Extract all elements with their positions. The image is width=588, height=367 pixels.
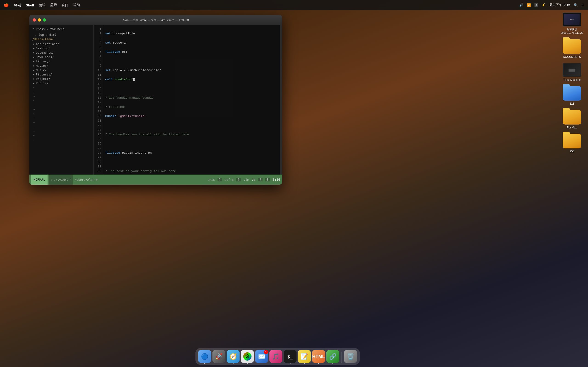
apple-menu[interactable]: 🍎 xyxy=(4,2,9,8)
notification-icon[interactable]: ☰ xyxy=(581,3,584,7)
file-tree-library[interactable]: ▶ Library/ xyxy=(29,59,94,64)
status-utf8-icon: ? xyxy=(217,178,222,181)
status-percent: 7% xyxy=(252,178,255,181)
code-area[interactable]: 12345 678910 1112131415 1617181920 21222… xyxy=(94,25,280,175)
dock-finder[interactable]: 🔵 xyxy=(198,350,211,363)
menubar-edit[interactable]: 编辑 xyxy=(39,3,45,7)
arrow-icon-applications: ▶ xyxy=(33,43,35,45)
dock-terminal[interactable]: $_ xyxy=(284,350,296,363)
menubar-window[interactable]: 窗口 xyxy=(61,3,69,7)
library-label: Library/ xyxy=(36,60,50,63)
file-tree-applications[interactable]: ▶ Applications/ xyxy=(29,42,94,46)
file-tree-documents[interactable]: ▶ Documents/ xyxy=(29,50,94,55)
wifi-icon[interactable]: 📶 xyxy=(527,3,531,7)
desktop-label: Desktop/ xyxy=(36,47,50,50)
arrow-icon-library: ▶ xyxy=(33,60,35,63)
status-vim-icon: ? xyxy=(236,178,241,181)
window-buttons xyxy=(33,18,46,22)
dock-itunes[interactable]: 🎵 xyxy=(269,350,282,363)
code-line-16: " The rest of your config follows here xyxy=(105,169,278,174)
terminal-titlebar: Alan — vim .vimrc — vim — vim .vimrc — 1… xyxy=(29,15,282,25)
dashlane-icon[interactable]: d xyxy=(535,3,538,7)
file-tree-downloads[interactable]: ▶ Downloads/ xyxy=(29,55,94,59)
dock-html[interactable]: HTML xyxy=(312,350,325,363)
terminal-body: " Press ? for help .. (up a dir) /Users/… xyxy=(29,25,282,175)
time-machine-icon: ▓▓▓▓ xyxy=(563,63,581,77)
volume-icon[interactable]: 🔊 xyxy=(519,3,523,7)
desktop-icon-time-machine[interactable]: ▓▓▓▓ TIme Machine xyxy=(561,63,583,81)
file-tree-tilde-11: ~ xyxy=(29,129,94,133)
menubar-help[interactable]: 帮助 xyxy=(73,3,80,7)
file-tree-up[interactable]: .. (up a dir) xyxy=(29,33,94,37)
status-file-icon2: ? xyxy=(69,178,71,181)
desktop-icon-250[interactable]: 250 xyxy=(561,134,583,153)
code-lines[interactable]: set nocompatible set mouse=a filetype of… xyxy=(103,25,280,175)
downloads-label: Downloads/ xyxy=(36,55,54,59)
dock-trash[interactable]: 🗑️ xyxy=(344,350,357,363)
file-tree-project[interactable]: ▶ Project/ xyxy=(29,77,94,81)
arrow-icon-desktop: ▶ xyxy=(33,47,35,50)
file-tree-tilde-12: ~ xyxy=(29,133,94,138)
code-line-8: " let Vundle manage Vundle xyxy=(105,96,278,100)
minimize-button[interactable] xyxy=(38,18,41,22)
file-tree-tilde-2: ~ xyxy=(29,90,94,94)
dock-links[interactable]: 🔗 xyxy=(326,350,339,363)
scrollbar[interactable] xyxy=(280,25,282,175)
desktop-icon-123[interactable]: 123 xyxy=(561,86,583,105)
file-tree-music[interactable]: ▶ Music/ xyxy=(29,68,94,72)
file-tree-public[interactable]: ▶ Public/ xyxy=(29,81,94,85)
menubar-shell[interactable]: Shell xyxy=(26,3,34,7)
arrow-icon-documents: ▶ xyxy=(33,51,35,54)
window-title: Alan — vim .vimrc — vim — vim .vimrc — 1… xyxy=(123,18,189,22)
status-position: 6:16 xyxy=(272,178,280,181)
arrow-icon-movies: ▶ xyxy=(33,65,35,67)
file-tree-pictures[interactable]: ▶ Pictures/ xyxy=(29,72,94,77)
code-line-12: " The bundles you install will be listed… xyxy=(105,132,278,137)
menubar-view[interactable]: 显示 xyxy=(50,3,57,7)
dock: 🔵 🚀 🧭 ⚙ ✉️ 1 🎵 $_ 📝 HTML 🔗 🗑️ xyxy=(195,348,360,365)
up-dir-text: .. (up a dir) xyxy=(33,33,57,36)
menubar-right: 🔊 📶 d ⚡ 周六下午12:16 🔍 ☰ xyxy=(519,3,584,7)
code-line-7 xyxy=(105,86,278,91)
dock-safari[interactable]: 🧭 xyxy=(227,350,240,363)
menubar: 🍎 终端 Shell 编辑 显示 窗口 帮助 🔊 📶 d ⚡ 周六下午12:16… xyxy=(0,0,588,10)
code-line-15 xyxy=(105,160,278,165)
code-line-4 xyxy=(105,59,278,64)
dock-chrome[interactable]: ⚙ xyxy=(241,350,254,363)
documents-tree-label: Documents/ xyxy=(36,51,54,54)
desktop-icon-for-mac[interactable]: For Mac xyxy=(561,110,583,129)
dock-launchpad[interactable]: 🚀 xyxy=(212,350,225,363)
datetime: 周六下午12:16 xyxy=(549,3,570,7)
time-machine-label: TIme Machine xyxy=(563,78,581,81)
file-tree[interactable]: " Press ? for help .. (up a dir) /Users/… xyxy=(29,25,94,175)
status-file-path: ./.vimrc xyxy=(54,178,68,181)
code-line-3: filetype off xyxy=(105,50,278,54)
file-tree-tilde-9: ~ xyxy=(29,120,94,125)
code-line-14: filetype plugin indent on xyxy=(105,151,278,155)
close-button[interactable] xyxy=(33,18,36,22)
code-line-1: set nocompatible xyxy=(105,31,278,36)
battery-icon[interactable]: ⚡ xyxy=(542,3,545,7)
spotlight-icon[interactable]: 🔍 xyxy=(574,3,578,7)
desktop-icon-screenshot[interactable]: ■■■ 屏幕快照2015-10...午6.11.22 xyxy=(561,13,583,35)
code-line-2: set mouse=a xyxy=(105,41,278,45)
pictures-label: Pictures/ xyxy=(36,73,52,76)
dock-notes[interactable]: 📝 xyxy=(298,350,311,363)
for-mac-label: For Mac xyxy=(567,126,577,129)
file-tree-tilde-6: ~ xyxy=(29,107,94,111)
code-line-10: Bundle 'gmarik/vundle' xyxy=(105,114,278,119)
screenshot-thumbnail: ■■■ xyxy=(563,13,581,26)
arrow-icon-music: ▶ xyxy=(33,69,35,71)
movies-label: Movies/ xyxy=(36,64,48,67)
desktop-icon-documents[interactable]: DOCUMENTS xyxy=(561,39,583,58)
maximize-button[interactable] xyxy=(43,18,46,22)
folder-250-icon xyxy=(563,134,581,148)
dock-mail[interactable]: ✉️ 1 xyxy=(255,350,268,363)
file-tree-desktop[interactable]: ▶ Desktop/ xyxy=(29,46,94,50)
status-file: ⚡ ./.vimrc ? xyxy=(49,175,73,185)
documents-label: DOCUMENTS xyxy=(563,55,581,58)
file-tree-tilde-8: ~ xyxy=(29,116,94,120)
menubar-terminal[interactable]: 终端 xyxy=(14,3,21,7)
file-tree-tilde-5: ~ xyxy=(29,103,94,107)
file-tree-movies[interactable]: ▶ Movies/ xyxy=(29,64,94,68)
